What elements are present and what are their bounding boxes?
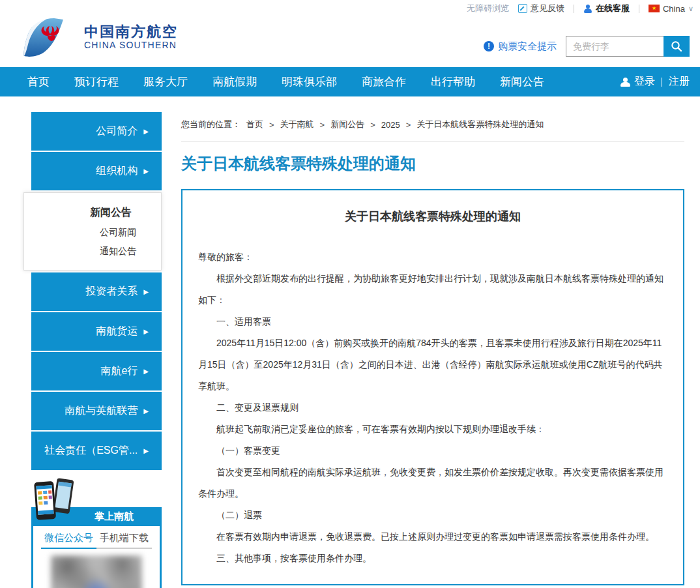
nav-item-service-hall[interactable]: 服务大厅 (143, 74, 188, 89)
region-selector[interactable]: ★ China ∨ (649, 4, 693, 14)
sidebar-item-e-travel[interactable]: 南航e行 ▶ (31, 352, 162, 390)
arrow-right-icon: ▶ (143, 408, 149, 415)
arrow-right-icon: ▶ (143, 168, 149, 175)
auth-area: 登录 注册 (620, 67, 690, 96)
header: 中国南方航空 CHINA SOUTHERN ! 购票安全提示 (0, 14, 700, 67)
sidebar-item-news-announcements[interactable]: 新闻公告 (24, 202, 161, 223)
sidebar-item-label: 组织机构 (96, 164, 138, 178)
wechat-qr-code-image (51, 555, 142, 588)
article-paragraph: 三、其他事项，按客票使用条件办理。 (198, 548, 667, 569)
article-salutation: 尊敬的旅客： (198, 246, 667, 268)
arrow-right-icon: ▶ (143, 289, 149, 295)
search-button[interactable] (664, 36, 690, 57)
sidebar-item-label: 公司简介 (96, 125, 138, 138)
nav-item-sky-pearl-club[interactable]: 明珠俱乐部 (282, 74, 337, 89)
mobile-phones-image (33, 477, 74, 521)
article-paragraph: 首次变更至相同航程的南航实际承运航班，免收变更费，如发生票价价差按规定收取。再次… (198, 462, 667, 505)
breadcrumb-2025[interactable]: 2025 (381, 120, 400, 130)
sidebar-item-label: 投资者关系 (85, 285, 138, 299)
tab-mobile-download[interactable]: 手机端下载 (96, 532, 152, 549)
article-paragraph: 在客票有效期内申请退票，免收退票费。已按上述原则办理过变更的客票如申请退票需按客… (198, 526, 667, 548)
sidebar-item-label: 南航与英航联营 (65, 404, 138, 418)
article-signature: 中国南方航空股份有限公司 (198, 585, 666, 588)
mobile-app-promo: 掌上南航 微信公众号 手机端下载 (23, 475, 162, 588)
app-promo-tabs: 微信公众号 手机端下载 (33, 532, 160, 549)
sidebar-item-cargo[interactable]: 南航货运 ▶ (31, 312, 162, 351)
region-label: China (663, 4, 685, 14)
sidebar-subitem-company-news[interactable]: 公司新闻 (24, 223, 161, 242)
breadcrumb-current: 关于日本航线客票特殊处理的通知 (416, 119, 544, 130)
app-promo-body: 微信公众号 手机端下载 (31, 526, 162, 588)
search-icon (671, 40, 682, 52)
sidebar-item-social-responsibility-esg[interactable]: 社会责任（ESG管... ▶ (31, 432, 162, 470)
sidebar: 公司简介 ▶ 组织机构 ▶ 新闻公告 公司新闻 通知公告 投资者关系 ▶ 南航货… (23, 112, 162, 588)
search-input[interactable] (566, 36, 664, 57)
sidebar-item-organization[interactable]: 组织机构 ▶ (31, 152, 162, 190)
arrow-right-icon: ▶ (143, 329, 149, 335)
nav-item-business-travel[interactable]: 商旅合作 (362, 74, 406, 89)
nav-item-home[interactable]: 首页 (27, 74, 50, 89)
sidebar-item-label: 社会责任（ESG管... (44, 444, 138, 458)
sidebar-subitem-notice-announcements[interactable]: 通知公告 (24, 242, 161, 261)
tab-wechat-official-account[interactable]: 微信公众号 (41, 532, 96, 549)
breadcrumb: 您当前的位置： 首页 > 关于南航 > 新闻公告 > 2025 > 关于日本航线… (181, 112, 684, 142)
divider (574, 5, 574, 13)
register-link[interactable]: 注册 (669, 75, 690, 89)
article-paragraph: （一）客票变更 (198, 440, 667, 462)
article-box: 关于日本航线客票特殊处理的通知 尊敬的旅客： 根据外交部近期发布的出行提醒，为协… (181, 189, 684, 585)
article-paragraph: 2025年11月15日12:00（含）前购买或换开的南航784开头的客票，且客票… (198, 332, 667, 397)
nav-item-travel-help[interactable]: 出行帮助 (431, 74, 475, 89)
logo-text-cn: 中国南方航空 (84, 24, 178, 40)
ticket-safety-tip-link[interactable]: ! 购票安全提示 (484, 40, 557, 53)
customer-service-icon (583, 5, 592, 13)
alert-icon: ! (484, 41, 494, 51)
login-person-icon (620, 78, 630, 87)
breadcrumb-home[interactable]: 首页 (246, 119, 263, 130)
accessibility-link[interactable]: 无障碍浏览 (467, 3, 509, 14)
article-paragraph: （二）退票 (198, 505, 667, 526)
utility-bar: 无障碍浏览 意见反馈 在线客服 ★ China ∨ (0, 0, 700, 14)
arrow-right-icon: ▶ (143, 128, 149, 135)
sidebar-item-ba-joint-venture[interactable]: 南航与英航联营 ▶ (31, 392, 162, 430)
main-content: 您当前的位置： 首页 > 关于南航 > 新闻公告 > 2025 > 关于日本航线… (181, 112, 684, 585)
breadcrumb-news[interactable]: 新闻公告 (330, 119, 364, 130)
arrow-right-icon: ▶ (143, 448, 149, 454)
article-paragraph: 一、适用客票 (198, 311, 667, 332)
china-flag-icon: ★ (649, 5, 660, 12)
safety-tip-label: 购票安全提示 (498, 40, 557, 53)
article-title: 关于日本航线客票特殊处理的通知 (198, 209, 667, 224)
article-paragraph: 二、变更及退票规则 (198, 397, 667, 419)
divider (662, 78, 662, 87)
login-link[interactable]: 登录 (634, 75, 655, 89)
sidebar-item-label: 南航货运 (96, 325, 138, 338)
breadcrumb-separator: > (269, 120, 274, 130)
header-right: ! 购票安全提示 (484, 36, 690, 57)
breadcrumb-separator: > (370, 120, 375, 130)
sidebar-item-company-profile[interactable]: 公司简介 ▶ (31, 112, 162, 151)
divider (639, 5, 639, 13)
airline-tailfin-logo-icon (22, 17, 78, 57)
app-promo-title: 掌上南航 (95, 510, 134, 523)
nav-item-booking[interactable]: 预订行程 (74, 74, 119, 89)
online-service-link[interactable]: 在线客服 (583, 3, 630, 14)
main-nav: 首页 预订行程 服务大厅 南航假期 明珠俱乐部 商旅合作 出行帮助 新闻公告 登… (0, 67, 700, 96)
logo[interactable]: 中国南方航空 CHINA SOUTHERN (22, 17, 178, 57)
arrow-right-icon: ▶ (143, 368, 149, 375)
nav-item-holidays[interactable]: 南航假期 (212, 74, 257, 89)
breadcrumb-about[interactable]: 关于南航 (280, 119, 314, 130)
article-signature-block: 中国南方航空股份有限公司 2025年11月15日 (198, 585, 667, 588)
nav-item-news[interactable]: 新闻公告 (500, 74, 544, 89)
page: 无障碍浏览 意见反馈 在线客服 ★ China ∨ (0, 0, 700, 588)
feedback-label: 意见反馈 (531, 3, 564, 14)
sidebar-active-panel: 新闻公告 公司新闻 通知公告 (23, 192, 162, 271)
breadcrumb-prefix: 您当前的位置： (181, 119, 241, 130)
article-paragraph: 航班起飞前取消已定妥座位的旅客，可在客票有效期内按以下规则办理退改手续： (198, 419, 667, 440)
sidebar-item-investor-relations[interactable]: 投资者关系 ▶ (31, 272, 162, 311)
logo-text-en: CHINA SOUTHERN (84, 40, 178, 50)
search-box (566, 36, 690, 57)
chevron-down-icon: ∨ (688, 5, 693, 13)
logo-text: 中国南方航空 CHINA SOUTHERN (84, 24, 178, 50)
page-title: 关于日本航线客票特殊处理的通知 (181, 153, 684, 174)
feedback-link[interactable]: 意见反馈 (518, 3, 564, 14)
feedback-icon (518, 4, 527, 13)
